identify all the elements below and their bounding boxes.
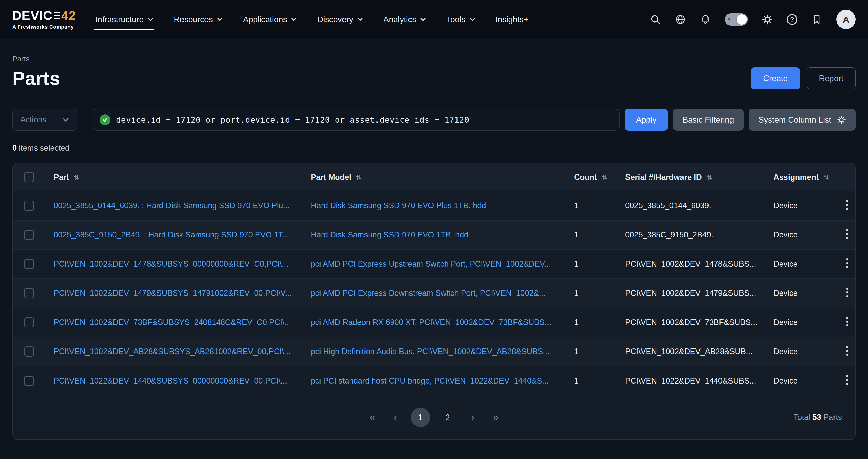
sort-icon bbox=[706, 174, 713, 181]
logo-e-bars-icon bbox=[54, 11, 60, 20]
report-button[interactable]: Report bbox=[807, 67, 856, 89]
apply-button[interactable]: Apply bbox=[625, 109, 668, 131]
table-row: PCI\VEN_1002&DEV_1479&SUBSYS_14791002&RE… bbox=[13, 279, 856, 308]
nav-item-analytics[interactable]: Analytics bbox=[382, 9, 427, 30]
help-button[interactable]: ? bbox=[787, 14, 798, 25]
chevron-down-icon bbox=[217, 18, 223, 21]
basic-filtering-button[interactable]: Basic Filtering bbox=[673, 109, 744, 131]
chevron-down-icon bbox=[148, 18, 153, 21]
part-model-link[interactable]: Hard Disk Samsung SSD 970 EVO Plus 1TB, … bbox=[311, 201, 486, 210]
part-count: 1 bbox=[565, 337, 616, 366]
prev-page-button[interactable]: ‹ bbox=[388, 408, 403, 427]
chevron-down-icon bbox=[469, 18, 475, 21]
row-checkbox[interactable] bbox=[24, 230, 34, 240]
part-model-link[interactable]: Hard Disk Samsung SSD 970 EVO 1TB, hdd bbox=[311, 230, 468, 239]
last-page-button[interactable]: » bbox=[488, 408, 503, 427]
system-column-list-button[interactable]: System Column List bbox=[749, 109, 856, 131]
kebab-icon bbox=[846, 258, 848, 268]
table-row: PCI\VEN_1002&DEV_73BF&SUBSYS_2408148C&RE… bbox=[13, 308, 856, 337]
row-checkbox[interactable] bbox=[24, 288, 34, 298]
part-link[interactable]: 0025_385C_9150_2B49. : Hard Disk Samsung… bbox=[54, 230, 289, 239]
part-link[interactable]: PCI\VEN_1002&DEV_1478&SUBSYS_00000000&RE… bbox=[54, 259, 288, 268]
gear-icon bbox=[762, 14, 773, 25]
parts-table-card: Part Part Model Count Serial #/Hardware … bbox=[12, 163, 856, 440]
create-button[interactable]: Create bbox=[751, 67, 800, 89]
settings-button[interactable] bbox=[762, 14, 773, 25]
part-model-link[interactable]: pci AMD Radeon RX 6900 XT, PCI\VEN_1002&… bbox=[311, 318, 551, 327]
first-page-button[interactable]: « bbox=[365, 408, 380, 427]
search-icon bbox=[650, 14, 661, 25]
page-button-1[interactable]: 1 bbox=[411, 408, 430, 427]
sort-icon bbox=[355, 174, 362, 181]
part-model-link[interactable]: pci PCI standard host CPU bridge, PCI\VE… bbox=[311, 376, 549, 385]
nav-item-resources[interactable]: Resources bbox=[173, 9, 224, 30]
globe-button[interactable] bbox=[675, 14, 686, 25]
row-checkbox[interactable] bbox=[24, 376, 34, 386]
kebab-icon bbox=[846, 346, 848, 356]
part-count: 1 bbox=[565, 308, 616, 337]
column-header-serial[interactable]: Serial #/Hardware ID bbox=[625, 173, 713, 182]
table-row: PCI\VEN_1002&DEV_AB28&SUBSYS_AB281002&RE… bbox=[13, 337, 856, 366]
table-row: PCI\VEN_1002&DEV_1478&SUBSYS_00000000&RE… bbox=[13, 250, 856, 279]
sort-icon bbox=[601, 174, 608, 181]
row-checkbox[interactable] bbox=[24, 201, 34, 211]
selected-count: 0 bbox=[12, 144, 17, 152]
logo-wordmark: DEVIC 42 bbox=[12, 9, 76, 22]
table-row: 0025_385C_9150_2B49. : Hard Disk Samsung… bbox=[13, 220, 856, 250]
row-menu-button[interactable] bbox=[841, 285, 853, 302]
bookmarks-button[interactable] bbox=[811, 14, 823, 25]
filter-query-input[interactable] bbox=[116, 115, 612, 124]
row-menu-button[interactable] bbox=[841, 372, 853, 390]
selection-summary: 0 items selected bbox=[12, 144, 856, 153]
row-checkbox[interactable] bbox=[24, 346, 34, 357]
row-menu-button[interactable] bbox=[841, 343, 853, 360]
nav-item-infrastructure[interactable]: Infrastructure bbox=[94, 9, 154, 30]
nav-item-applications[interactable]: Applications bbox=[242, 9, 298, 30]
table-footer: « ‹ 1 2 › » Total 53 Parts bbox=[13, 395, 855, 439]
column-header-assignment[interactable]: Assignment bbox=[773, 173, 829, 182]
notifications-button[interactable] bbox=[700, 14, 711, 25]
next-page-button[interactable]: › bbox=[465, 408, 480, 427]
part-model-link[interactable]: pci High Definition Audio Bus, PCI\VEN_1… bbox=[311, 347, 550, 356]
part-link[interactable]: PCI\VEN_1002&DEV_AB28&SUBSYS_AB281002&RE… bbox=[54, 347, 290, 356]
topbar-actions: ☾ ? A bbox=[650, 10, 856, 29]
table-header-row: Part Part Model Count Serial #/Hardware … bbox=[13, 164, 856, 191]
kebab-icon bbox=[846, 316, 848, 327]
search-button[interactable] bbox=[650, 14, 661, 25]
parts-page: Parts Parts Create Report Actions Apply … bbox=[0, 55, 868, 440]
column-header-part[interactable]: Part bbox=[54, 173, 80, 182]
nav-item-insights[interactable]: Insights+ bbox=[495, 9, 530, 30]
part-model-link[interactable]: pci AMD PCI Express Upstream Switch Port… bbox=[311, 259, 551, 268]
row-menu-button[interactable] bbox=[841, 197, 853, 214]
part-link[interactable]: PCI\VEN_1002&DEV_73BF&SUBSYS_2408148C&RE… bbox=[54, 318, 291, 327]
row-menu-button[interactable] bbox=[841, 226, 853, 243]
nav-item-discovery[interactable]: Discovery bbox=[316, 9, 364, 30]
part-serial: PCI\VEN_1002&DEV_73BF&SUBS... bbox=[616, 308, 764, 337]
avatar[interactable]: A bbox=[836, 10, 856, 29]
row-menu-button[interactable] bbox=[841, 314, 853, 331]
row-checkbox[interactable] bbox=[24, 317, 34, 327]
page-button-2[interactable]: 2 bbox=[438, 408, 457, 427]
total-count: Total 53 Parts bbox=[794, 413, 842, 422]
column-header-count[interactable]: Count bbox=[574, 173, 608, 182]
table-row: 0025_3855_0144_6039. : Hard Disk Samsung… bbox=[13, 191, 856, 220]
part-serial: 0025_3855_0144_6039. bbox=[616, 191, 764, 220]
actions-dropdown[interactable]: Actions bbox=[12, 109, 77, 131]
part-model-link[interactable]: pci AMD PCI Express Downstream Switch Po… bbox=[311, 289, 546, 297]
theme-toggle[interactable]: ☾ bbox=[725, 13, 748, 26]
top-navigation-bar: DEVIC 42 A Freshworks Company Infrastruc… bbox=[0, 0, 868, 39]
column-header-part-model[interactable]: Part Model bbox=[311, 173, 362, 182]
part-link[interactable]: PCI\VEN_1002&DEV_1479&SUBSYS_14791002&RE… bbox=[54, 289, 291, 297]
part-count: 1 bbox=[565, 220, 616, 250]
device42-logo[interactable]: DEVIC 42 A Freshworks Company bbox=[12, 9, 76, 30]
select-all-checkbox[interactable] bbox=[24, 172, 34, 182]
row-menu-button[interactable] bbox=[841, 256, 853, 273]
part-assignment: Device bbox=[764, 308, 841, 337]
kebab-icon bbox=[846, 375, 848, 385]
part-link[interactable]: 0025_3855_0144_6039. : Hard Disk Samsung… bbox=[54, 201, 290, 210]
row-checkbox[interactable] bbox=[24, 259, 34, 269]
part-link[interactable]: PCI\VEN_1022&DEV_1440&SUBSYS_00000000&RE… bbox=[54, 376, 287, 385]
bell-icon bbox=[700, 14, 711, 25]
nav-item-tools[interactable]: Tools bbox=[445, 9, 476, 30]
part-assignment: Device bbox=[764, 366, 841, 395]
